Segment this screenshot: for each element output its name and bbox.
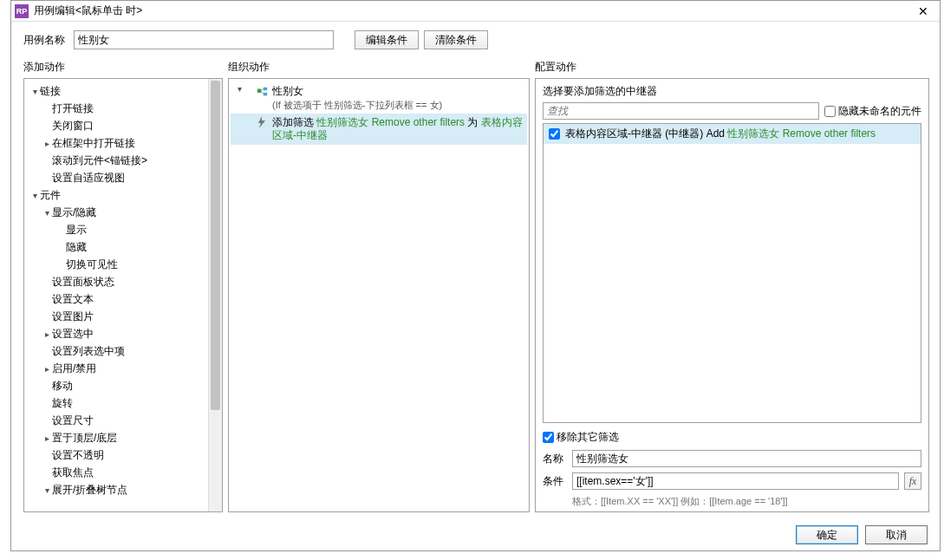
columns: 添加动作 链接打开链接关闭窗口在框架中打开链接滚动到元件<锚链接>设置自适应视图… xyxy=(11,58,940,519)
tree-item[interactable]: 设置自适应视图 xyxy=(26,169,220,186)
cancel-button[interactable]: 取消 xyxy=(865,525,928,544)
tree-item-label: 移动 xyxy=(52,379,73,394)
tree-item-label: 设置自适应视图 xyxy=(52,171,125,186)
tree-item[interactable]: 显示 xyxy=(26,221,220,238)
expand-icon[interactable] xyxy=(42,208,52,218)
app-icon: RP xyxy=(15,4,29,18)
footer: 确定 取消 xyxy=(11,519,940,550)
tree-item[interactable]: 在框架中打开链接 xyxy=(26,134,220,152)
tree-item[interactable]: 获取焦点 xyxy=(26,464,220,481)
tree-item-label: 关闭窗口 xyxy=(52,119,94,133)
tree-item[interactable]: 设置面板状态 xyxy=(26,273,220,290)
tree-item-label: 置于顶层/底层 xyxy=(52,431,117,446)
expand-icon[interactable] xyxy=(42,139,52,148)
case-name-row: 用例名称 编辑条件 清除条件 xyxy=(11,22,940,58)
tree-item[interactable]: 设置尺寸 xyxy=(26,412,220,429)
tree-item-label: 设置面板状态 xyxy=(52,275,114,290)
tree-item[interactable]: 滚动到元件<锚链接> xyxy=(26,152,220,169)
hide-unnamed-checkbox[interactable]: 隐藏未命名的元件 xyxy=(824,104,921,119)
svg-line-3 xyxy=(261,89,264,91)
action-text: 添加筛选 性别筛选女 Remove other filters 为 表格内容区域… xyxy=(272,116,524,142)
hide-unnamed-input[interactable] xyxy=(824,106,836,117)
tree-item[interactable]: 显示/隐藏 xyxy=(26,204,220,221)
configure-action-label: 配置动作 xyxy=(535,58,929,78)
search-input[interactable] xyxy=(543,102,819,120)
svg-rect-1 xyxy=(264,88,267,91)
remove-other-input[interactable] xyxy=(543,432,554,443)
filter-name-input[interactable] xyxy=(572,450,921,467)
tree-item-label: 在框架中打开链接 xyxy=(52,136,135,151)
tree-item-label: 元件 xyxy=(40,188,61,203)
tree-item[interactable]: 元件 xyxy=(26,186,220,204)
condition-hint: 格式：[[Item.XX == 'XX']] 例如：[[Item.age == … xyxy=(543,495,921,508)
repeater-item[interactable]: 表格内容区域-中继器 (中继器) Add 性别筛选女 Remove other … xyxy=(544,124,921,144)
tree-item-label: 隐藏 xyxy=(66,240,87,255)
tree-item[interactable]: 打开链接 xyxy=(26,100,220,117)
action-tree[interactable]: 链接打开链接关闭窗口在框架中打开链接滚动到元件<锚链接>设置自适应视图元件显示/… xyxy=(24,79,222,502)
tree-item[interactable]: 启用/禁用 xyxy=(26,360,220,377)
tree-item[interactable]: 链接 xyxy=(26,82,220,100)
add-action-label: 添加动作 xyxy=(23,58,223,78)
svg-rect-2 xyxy=(264,93,267,96)
svg-rect-0 xyxy=(257,89,261,93)
case-condition: (If 被选项于 性别筛选-下拉列表框 == 女) xyxy=(272,99,442,112)
tree-item-label: 旋转 xyxy=(52,396,73,411)
tree-item[interactable]: 隐藏 xyxy=(26,238,220,256)
tree-item[interactable]: 设置文本 xyxy=(26,290,220,308)
ok-button[interactable]: 确定 xyxy=(796,525,858,544)
expand-icon[interactable] xyxy=(234,84,244,94)
window-title: 用例编辑<鼠标单击 时> xyxy=(34,3,910,18)
tree-item-label: 显示 xyxy=(66,223,87,238)
case-editor-window: RP 用例编辑<鼠标单击 时> ✕ 用例名称 编辑条件 清除条件 添加动作 链接… xyxy=(10,0,941,551)
case-name-label: 用例名称 xyxy=(23,33,65,48)
case-icon xyxy=(257,86,269,98)
action-node[interactable]: 添加筛选 性别筛选女 Remove other filters 为 表格内容区域… xyxy=(231,114,527,145)
add-action-panel: 链接打开链接关闭窗口在框架中打开链接滚动到元件<锚链接>设置自适应视图元件显示/… xyxy=(23,78,223,512)
tree-item-label: 获取焦点 xyxy=(52,466,94,480)
scrollbar[interactable] xyxy=(208,79,222,511)
edit-condition-button[interactable]: 编辑条件 xyxy=(355,30,419,49)
tree-item-label: 滚动到元件<锚链接> xyxy=(52,153,147,168)
tree-item-label: 设置选中 xyxy=(52,327,94,342)
remove-other-checkbox[interactable]: 移除其它筛选 xyxy=(543,430,921,445)
configure-action-column: 配置动作 选择要添加筛选的中继器 隐藏未命名的元件 xyxy=(535,58,929,512)
tree-item-label: 设置列表选中项 xyxy=(52,344,125,359)
expand-icon[interactable] xyxy=(42,364,52,374)
tree-item[interactable]: 切换可见性 xyxy=(26,256,220,273)
clear-condition-button[interactable]: 清除条件 xyxy=(424,30,488,49)
filter-condition-input[interactable] xyxy=(572,472,899,490)
repeater-checkbox[interactable] xyxy=(549,128,560,140)
add-action-column: 添加动作 链接打开链接关闭窗口在框架中打开链接滚动到元件<锚链接>设置自适应视图… xyxy=(23,58,223,512)
tree-item-label: 链接 xyxy=(40,84,61,99)
expand-icon[interactable] xyxy=(42,329,52,339)
tree-item[interactable]: 移动 xyxy=(26,377,220,394)
organize-action-panel: 性别女 (If 被选项于 性别筛选-下拉列表框 == 女) 添加筛选 性别筛选女… xyxy=(228,78,530,512)
select-repeater-label: 选择要添加筛选的中继器 xyxy=(543,84,921,99)
tree-item[interactable]: 设置列表选中项 xyxy=(26,342,220,360)
expand-icon[interactable] xyxy=(42,433,52,443)
tree-item[interactable]: 置于顶层/底层 xyxy=(26,429,220,446)
tree-item[interactable]: 旋转 xyxy=(26,394,220,412)
tree-item[interactable]: 设置不透明 xyxy=(26,446,220,464)
tree-item[interactable]: 设置图片 xyxy=(26,308,220,325)
expand-icon[interactable] xyxy=(42,485,52,495)
filter-condition-label: 条件 xyxy=(543,474,567,489)
expand-icon[interactable] xyxy=(29,87,40,96)
tree-item-label: 设置尺寸 xyxy=(52,413,94,428)
repeater-list[interactable]: 表格内容区域-中继器 (中继器) Add 性别筛选女 Remove other … xyxy=(543,123,921,423)
hide-unnamed-label: 隐藏未命名的元件 xyxy=(838,104,921,119)
tree-item[interactable]: 展开/折叠树节点 xyxy=(26,481,220,498)
organize-action-column: 组织动作 性别女 (If 被选项于 性别筛选-下拉列表框 == 女) xyxy=(228,58,530,512)
tree-item[interactable]: 设置选中 xyxy=(26,325,220,342)
case-node[interactable]: 性别女 (If 被选项于 性别筛选-下拉列表框 == 女) xyxy=(231,82,527,114)
filter-name-label: 名称 xyxy=(543,452,567,466)
tree-item[interactable]: 关闭窗口 xyxy=(26,117,220,134)
tree-item-label: 设置不透明 xyxy=(52,448,104,463)
expand-icon[interactable] xyxy=(29,191,40,200)
organize-action-label: 组织动作 xyxy=(228,58,530,78)
case-name-input[interactable] xyxy=(74,30,334,49)
close-button[interactable]: ✕ xyxy=(910,3,936,20)
case-title: 性别女 xyxy=(272,84,442,99)
svg-line-4 xyxy=(261,91,264,94)
fx-button[interactable]: fx xyxy=(904,472,921,490)
